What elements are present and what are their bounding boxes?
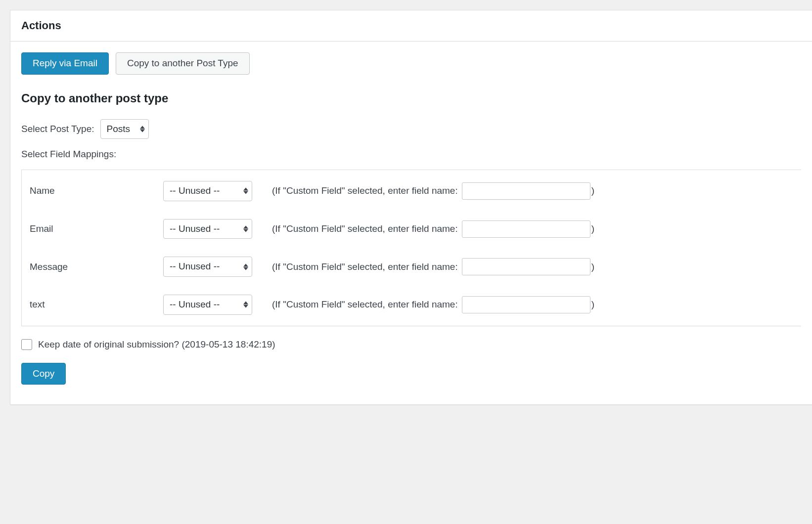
panel-body: Reply via Email Copy to another Post Typ… bbox=[10, 42, 812, 404]
keep-date-checkbox[interactable] bbox=[21, 339, 32, 350]
field-mappings-box: Name -- Unused -- (If "Custom Field" sel… bbox=[21, 170, 801, 326]
select-post-type-label: Select Post Type: bbox=[21, 124, 94, 134]
mapping-row: Message -- Unused -- (If "Custom Field" … bbox=[22, 248, 801, 286]
mapping-hint: (If "Custom Field" selected, enter field… bbox=[272, 223, 458, 234]
mapping-hint: (If "Custom Field" selected, enter field… bbox=[272, 185, 458, 196]
mapping-select[interactable]: -- Unused -- bbox=[163, 219, 252, 239]
panel-title: Actions bbox=[21, 19, 801, 32]
post-type-select-wrap: Posts bbox=[100, 119, 149, 139]
action-button-row: Reply via Email Copy to another Post Typ… bbox=[21, 52, 801, 75]
keep-date-row: Keep date of original submission? (2019-… bbox=[21, 339, 801, 350]
reply-via-email-button[interactable]: Reply via Email bbox=[21, 52, 109, 75]
mapping-select[interactable]: -- Unused -- bbox=[163, 181, 252, 201]
mapping-hint-close: ) bbox=[591, 185, 594, 196]
mapping-hint: (If "Custom Field" selected, enter field… bbox=[272, 299, 458, 310]
custom-field-input[interactable] bbox=[462, 220, 590, 238]
mapping-hint: (If "Custom Field" selected, enter field… bbox=[272, 262, 458, 272]
select-field-mappings-label: Select Field Mappings: bbox=[21, 149, 116, 160]
field-mappings-label-row: Select Field Mappings: bbox=[21, 149, 801, 160]
custom-field-input[interactable] bbox=[462, 296, 590, 313]
mapping-label: Email bbox=[30, 223, 163, 234]
keep-date-label: Keep date of original submission? (2019-… bbox=[38, 339, 275, 350]
mapping-label: Name bbox=[30, 185, 163, 196]
mapping-select[interactable]: -- Unused -- bbox=[163, 257, 252, 277]
mapping-hint-close: ) bbox=[591, 299, 594, 310]
mapping-select[interactable]: -- Unused -- bbox=[163, 295, 252, 315]
post-type-row: Select Post Type: Posts bbox=[21, 119, 801, 139]
copy-to-post-type-button[interactable]: Copy to another Post Type bbox=[116, 52, 250, 75]
mapping-label: Message bbox=[30, 262, 163, 272]
custom-field-input[interactable] bbox=[462, 258, 590, 275]
panel-header: Actions bbox=[10, 10, 812, 42]
copy-submit-button[interactable]: Copy bbox=[21, 363, 66, 385]
post-type-select[interactable]: Posts bbox=[100, 119, 149, 139]
actions-panel: Actions Reply via Email Copy to another … bbox=[10, 10, 812, 405]
mapping-row: Name -- Unused -- (If "Custom Field" sel… bbox=[22, 172, 801, 210]
mapping-row: text -- Unused -- (If "Custom Field" sel… bbox=[22, 286, 801, 324]
section-title: Copy to another post type bbox=[21, 91, 801, 105]
mapping-hint-close: ) bbox=[591, 262, 594, 272]
custom-field-input[interactable] bbox=[462, 182, 590, 200]
mapping-label: text bbox=[30, 299, 163, 310]
mapping-hint-close: ) bbox=[591, 223, 594, 234]
mapping-row: Email -- Unused -- (If "Custom Field" se… bbox=[22, 210, 801, 248]
